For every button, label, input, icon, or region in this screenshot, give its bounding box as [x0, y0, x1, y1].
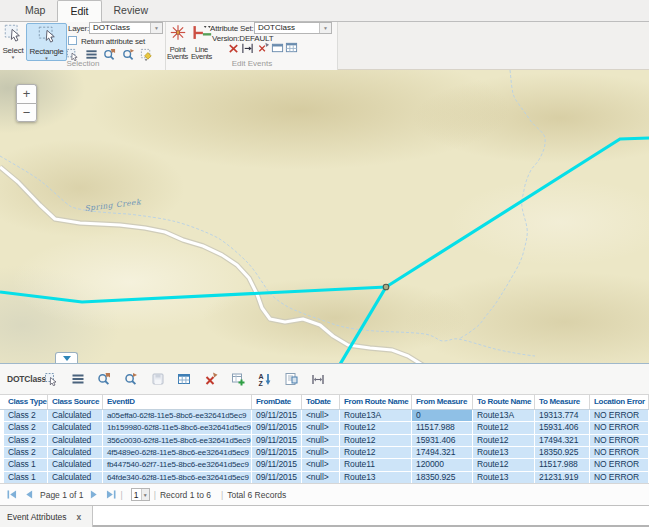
- windows-icon[interactable]: [271, 41, 285, 55]
- event-line-south[interactable]: [339, 287, 386, 363]
- grid-cell[interactable]: 356c0030-62f8-11e5-8bc6-ee32641d5ec9: [103, 435, 252, 447]
- grid-cell[interactable]: Route13A: [473, 410, 535, 422]
- event-line-west[interactable]: [0, 287, 386, 302]
- grid-cell[interactable]: 18350.925: [535, 447, 590, 459]
- table-row[interactable]: Class 2Calculated4f5489e0-62f8-11e5-8bc6…: [0, 447, 649, 459]
- grid-cell[interactable]: Route12: [473, 422, 535, 434]
- grid-cell[interactable]: Route11: [340, 459, 412, 471]
- grid-cell[interactable]: 19313.774: [535, 410, 590, 422]
- grid-cell[interactable]: Calculated: [48, 422, 103, 434]
- grid-cell[interactable]: Route13: [473, 447, 535, 459]
- panel-collapse-tab[interactable]: [55, 352, 78, 363]
- column-header[interactable]: Location Error: [590, 395, 649, 409]
- grid-cell[interactable]: 15931.406: [412, 435, 473, 447]
- grid-cell[interactable]: 11517.988: [412, 422, 473, 434]
- zoom-to-selected-icon[interactable]: [97, 372, 111, 386]
- column-header[interactable]: To Route Name: [473, 395, 535, 409]
- point-events-button[interactable]: PointEvents: [166, 23, 189, 63]
- form-view-icon[interactable]: [284, 372, 298, 386]
- grid-cell[interactable]: <null>: [302, 410, 340, 422]
- junction-marker[interactable]: [383, 284, 389, 290]
- grid-cell[interactable]: Route12: [340, 435, 412, 447]
- tab-edit[interactable]: Edit: [57, 0, 101, 22]
- layer-combobox-arrow[interactable]: ▼: [150, 23, 162, 33]
- column-header[interactable]: From Measure: [412, 395, 473, 409]
- map-canvas[interactable]: Spring Creek: [0, 70, 649, 363]
- grid-cell[interactable]: Class 1: [4, 459, 48, 471]
- grid-cell[interactable]: Class 2: [4, 435, 48, 447]
- grid-cell[interactable]: Calculated: [48, 435, 103, 447]
- pan-to-selected-icon[interactable]: [124, 372, 138, 386]
- fit-columns-icon[interactable]: [311, 372, 325, 386]
- grid-cell[interactable]: Route12: [473, 435, 535, 447]
- page-select-dropdown[interactable]: 1 ▼: [131, 488, 150, 501]
- attribute-set-combobox-arrow[interactable]: ▼: [319, 23, 331, 33]
- save-icon[interactable]: [151, 372, 165, 386]
- menu-icon[interactable]: [71, 372, 85, 386]
- grid-cell[interactable]: NO ERROR: [590, 410, 649, 422]
- column-header[interactable]: Class Source: [48, 395, 103, 409]
- column-header[interactable]: EventID: [103, 395, 252, 409]
- column-header[interactable]: From Route Name: [340, 395, 412, 409]
- map-view[interactable]: Spring Creek + −: [0, 70, 649, 363]
- tab-map[interactable]: Map: [13, 0, 57, 21]
- attribute-set-combobox[interactable]: DOTClass ▼: [254, 22, 332, 34]
- zoom-out-button[interactable]: −: [16, 103, 37, 122]
- merge-event-icon[interactable]: [257, 41, 271, 55]
- grid-cell[interactable]: NO ERROR: [590, 422, 649, 434]
- table-row[interactable]: Class 2Calculateda05effa0-62f8-11e5-8bc6…: [0, 410, 649, 422]
- return-attribute-set-checkbox[interactable]: [68, 36, 77, 45]
- last-page-icon[interactable]: [106, 490, 116, 499]
- first-page-icon[interactable]: [7, 490, 17, 499]
- tab-review[interactable]: Review: [102, 0, 160, 21]
- tab-event-attributes[interactable]: Event Attributes x: [0, 506, 93, 527]
- rectangle-button[interactable]: Rectangle ▼: [26, 23, 67, 61]
- grid-cell[interactable]: <null>: [302, 435, 340, 447]
- next-page-icon[interactable]: [89, 490, 99, 499]
- grid-cell[interactable]: 4f5489e0-62f8-11e5-8bc6-ee32641d5ec9: [103, 447, 252, 459]
- table-row[interactable]: Class 1Calculatedfb447540-62f7-11e5-8bc6…: [0, 459, 649, 471]
- column-header[interactable]: To Measure: [535, 395, 590, 409]
- column-header[interactable]: FromDate: [252, 395, 302, 409]
- grid-cell[interactable]: Class 2: [4, 410, 48, 422]
- grid-cell[interactable]: 09/11/2015: [252, 459, 302, 471]
- grid-cell[interactable]: Route12: [473, 459, 535, 471]
- grid-cell[interactable]: 1b159980-62f8-11e5-8bc6-ee32641d5ec9: [103, 422, 252, 434]
- grid-cell[interactable]: Class 2: [4, 422, 48, 434]
- zoom-in-button[interactable]: +: [16, 84, 37, 103]
- table-row[interactable]: Class 2Calculated356c0030-62f8-11e5-8bc6…: [0, 435, 649, 447]
- grid-cell[interactable]: fb447540-62f7-11e5-8bc6-ee32641d5ec9: [103, 459, 252, 471]
- tab-close-icon[interactable]: x: [77, 512, 82, 522]
- grid-cell[interactable]: 15931.406: [535, 422, 590, 434]
- grid-cell[interactable]: 09/11/2015: [252, 410, 302, 422]
- sort-icon[interactable]: AZ: [258, 372, 272, 386]
- layer-combobox[interactable]: DOTClass ▼: [89, 22, 163, 34]
- event-line-northeast[interactable]: [386, 138, 649, 287]
- grid-cell[interactable]: 17494.321: [535, 435, 590, 447]
- grid-cell[interactable]: 09/11/2015: [252, 447, 302, 459]
- grid-cell[interactable]: <null>: [302, 459, 340, 471]
- select-button[interactable]: Select ▼: [1, 23, 25, 61]
- grid-cell[interactable]: 09/11/2015: [252, 435, 302, 447]
- show-table-icon[interactable]: [177, 372, 191, 386]
- grid-cell[interactable]: Calculated: [48, 410, 103, 422]
- grid-cell[interactable]: Route12: [340, 447, 412, 459]
- grid-cell[interactable]: <null>: [302, 447, 340, 459]
- grid-cell[interactable]: 11517.988: [535, 459, 590, 471]
- clear-selection-icon[interactable]: [204, 372, 218, 386]
- previous-page-icon[interactable]: [24, 490, 34, 499]
- grid-cell[interactable]: Calculated: [48, 447, 103, 459]
- grid-cell[interactable]: 0: [412, 410, 473, 422]
- grid-cell[interactable]: Class 2: [4, 447, 48, 459]
- grid-cell[interactable]: NO ERROR: [590, 447, 649, 459]
- grid-cell[interactable]: 09/11/2015: [252, 422, 302, 434]
- grid-cell[interactable]: Route13A: [340, 410, 412, 422]
- grid-cell[interactable]: a05effa0-62f8-11e5-8bc6-ee32641d5ec9: [103, 410, 252, 422]
- table-row[interactable]: Class 2Calculated1b159980-62f8-11e5-8bc6…: [0, 422, 649, 434]
- split-event-icon[interactable]: [241, 41, 255, 55]
- grid-cell[interactable]: NO ERROR: [590, 435, 649, 447]
- grid-cell[interactable]: <null>: [302, 422, 340, 434]
- select-records-icon[interactable]: [44, 372, 58, 386]
- grid-cell[interactable]: NO ERROR: [590, 459, 649, 471]
- table-icon[interactable]: [285, 41, 299, 55]
